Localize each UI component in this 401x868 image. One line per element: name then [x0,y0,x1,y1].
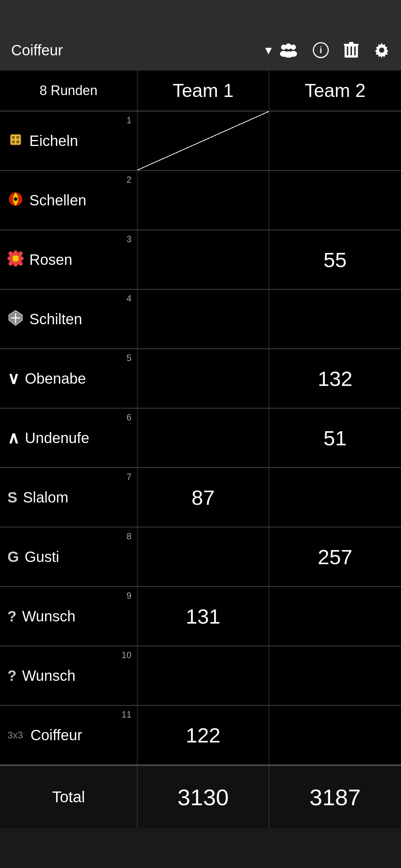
eicheln-team2-score[interactable] [269,111,401,170]
team1-header[interactable]: Team 1 [137,71,269,111]
slalom-label: Slalom [23,489,68,506]
gusti-icon: G [7,549,19,564]
info-icon[interactable]: i [313,42,329,58]
settings-icon[interactable] [374,42,390,58]
svg-point-2 [291,45,296,50]
people-icon[interactable] [279,43,298,58]
total-label: Total [0,766,137,828]
row-label-schilten: 4 Schilten [0,290,137,348]
wunsch-9-team1-score[interactable]: 131 [137,587,269,646]
game-table: 8 Runden Team 1 Team 2 1 Eicheln 2 [0,71,401,828]
svg-rect-19 [16,136,19,139]
row-schellen[interactable]: 2 Schellen [0,171,401,230]
rounds-header: 8 Runden [0,71,137,111]
coiffeur-label: Coiffeur [30,727,82,744]
schellen-team2-score[interactable] [269,171,401,230]
row-label-wunsch-10: 10 ? Wunsch [0,646,137,705]
wunsch-9-team2-score[interactable] [269,587,401,646]
row-number-7: 7 [127,472,131,482]
row-gusti[interactable]: 8 G Gusti 257 [0,527,401,587]
row-slalom[interactable]: 7 S Slalom 87 [0,468,401,527]
wunsch-10-team1-score[interactable] [137,646,269,705]
eicheln-label: Eicheln [29,133,78,149]
rosen-team2-score[interactable]: 55 [269,230,401,289]
status-bar [0,0,401,30]
schellen-icon [7,191,24,210]
row-label-eicheln: 1 Eicheln [0,111,137,170]
svg-point-27 [7,256,13,261]
row-number-6: 6 [127,412,131,423]
svg-point-26 [13,261,18,267]
row-eicheln[interactable]: 1 Eicheln [0,111,401,171]
svg-point-24 [13,250,18,256]
slalom-icon: S [7,490,17,505]
header-row: 8 Runden Team 1 Team 2 [0,71,401,111]
team2-header[interactable]: Team 2 [269,71,401,111]
row-schilten[interactable]: 4 Schilten [0,290,401,349]
svg-point-5 [290,51,297,57]
total-team1-score: 3130 [137,766,269,828]
obenabe-team2-score[interactable]: 132 [269,349,401,408]
row-label-slalom: 7 S Slalom [0,468,137,527]
row-number-9: 9 [127,591,131,601]
obenabe-team1-score[interactable] [137,349,269,408]
svg-text:i: i [320,45,322,55]
gusti-team1-score[interactable] [137,527,269,586]
schellen-team1-score[interactable] [137,171,269,230]
svg-rect-18 [12,140,15,143]
app-title: Coiffeur [11,42,258,59]
coiffeur-icon: 3x3 [7,730,23,740]
row-label-gusti: 8 G Gusti [0,527,137,586]
total-team2-score: 3187 [269,766,401,828]
schilten-team2-score[interactable] [269,290,401,348]
row-wunsch-9[interactable]: 9 ? Wunsch 131 [0,587,401,646]
svg-rect-20 [16,140,19,143]
row-coiffeur[interactable]: 11 3x3 Coiffeur 122 [0,706,401,765]
row-label-obenabe: 5 ∨ Obenabe [0,349,137,408]
obenabe-icon: ∨ [7,370,19,387]
dropdown-icon[interactable]: ▾ [265,42,272,58]
slalom-team1-score[interactable]: 87 [137,468,269,527]
schilten-label: Schilten [29,311,82,328]
row-number-10: 10 [121,650,131,660]
wunsch-10-team2-score[interactable] [269,646,401,705]
svg-rect-10 [349,42,353,45]
eicheln-team1-score[interactable] [137,111,269,170]
svg-rect-11 [347,46,348,55]
row-obenabe[interactable]: 5 ∨ Obenabe 132 [0,349,401,409]
svg-point-0 [281,45,286,50]
row-rosen[interactable]: 3 Rosen 55 [0,230,401,290]
svg-point-32 [13,256,19,261]
undenufe-icon: ∧ [7,430,19,446]
delete-icon[interactable] [344,42,359,58]
obenabe-label: Obenabe [25,370,86,387]
svg-point-15 [379,48,384,53]
gusti-team2-score[interactable]: 257 [269,527,401,586]
row-label-coiffeur: 11 3x3 Coiffeur [0,706,137,764]
row-wunsch-10[interactable]: 10 ? Wunsch [0,646,401,706]
wunsch-9-icon: ? [7,609,16,624]
coiffeur-team1-score[interactable]: 122 [137,706,269,764]
row-number-2: 2 [127,175,131,185]
eicheln-icon [7,131,24,150]
row-number-4: 4 [127,293,131,304]
svg-rect-17 [12,136,15,139]
row-number-3: 3 [127,234,131,244]
coiffeur-team2-score[interactable] [269,706,401,764]
undenufe-team1-score[interactable] [137,409,269,467]
svg-rect-13 [354,46,356,55]
rosen-team1-score[interactable] [137,230,269,289]
svg-rect-16 [10,134,21,145]
undenufe-team2-score[interactable]: 51 [269,409,401,467]
slalom-team2-score[interactable] [269,468,401,527]
svg-point-22 [14,197,17,201]
total-row: Total 3130 3187 [0,765,401,828]
row-undenufe[interactable]: 6 ∧ Undenufe 51 [0,409,401,468]
wunsch-10-icon: ? [7,668,16,683]
schilten-team1-score[interactable] [137,290,269,348]
schellen-label: Schellen [29,192,86,209]
row-label-schellen: 2 Schellen [0,171,137,230]
undenufe-label: Undenufe [25,430,89,446]
rosen-icon [7,250,24,269]
wunsch-10-label: Wunsch [22,667,75,684]
